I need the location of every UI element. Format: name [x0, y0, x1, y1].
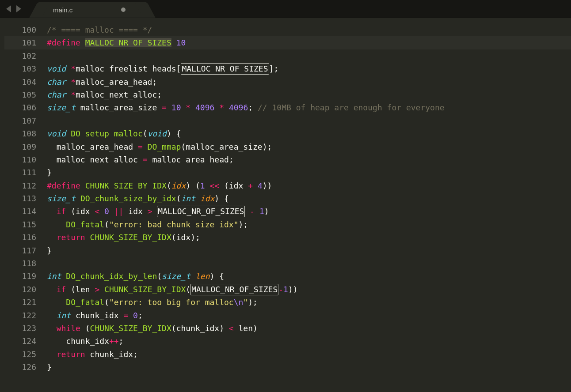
token: MALLOC_NR_OF_SIZES: [157, 206, 245, 217]
code-line[interactable]: int DO_chunk_idx_by_len(size_t len) {: [47, 270, 571, 283]
token: }: [47, 168, 52, 177]
code-line[interactable]: size_t malloc_area_size = 10 * 4096 * 40…: [47, 101, 571, 114]
token: =: [162, 103, 167, 112]
code-line[interactable]: malloc_area_head = DO_mmap(malloc_area_s…: [47, 140, 571, 153]
line-number: 123: [0, 322, 36, 335]
token: )): [288, 285, 298, 294]
nav-back-button[interactable]: [6, 5, 11, 12]
code-line[interactable]: DO_fatal("error: too big for malloc\n");: [47, 296, 571, 309]
code-line[interactable]: }: [47, 244, 571, 257]
token: (idx: [219, 181, 248, 190]
token: chunk_idx: [71, 311, 123, 320]
token: DO_mmap: [148, 142, 181, 151]
token: >: [148, 207, 152, 216]
code-line[interactable]: DO_fatal("error: bad chunk size idx");: [47, 218, 571, 231]
code-line[interactable]: [47, 257, 571, 270]
token: CHUNK_SIZE_BY_IDX: [104, 285, 186, 294]
line-number: 116: [0, 231, 36, 244]
code-line[interactable]: }: [47, 361, 571, 373]
token: idx: [200, 194, 215, 203]
token: #define: [47, 38, 80, 47]
token: >: [95, 285, 99, 294]
token: malloc_freelist_heads[: [76, 64, 181, 73]
token: 4: [258, 181, 263, 190]
token: [76, 194, 80, 203]
token: [47, 350, 57, 359]
code-line[interactable]: /* ==== malloc ==== */: [47, 23, 571, 36]
code-line[interactable]: chunk_idx++;: [47, 335, 571, 347]
line-number: 109: [0, 140, 36, 153]
token: void: [148, 129, 167, 138]
editor[interactable]: 1001011021031041051061071081091101111121…: [0, 18, 571, 392]
token: (: [167, 181, 171, 190]
code-line[interactable]: if (len > CHUNK_SIZE_BY_IDX(MALLOC_NR_OF…: [47, 283, 571, 296]
code-line[interactable]: }: [47, 166, 571, 179]
token: (: [176, 194, 181, 203]
line-number: 111: [0, 166, 36, 179]
token: len): [234, 324, 258, 333]
code-line[interactable]: [47, 114, 571, 127]
token: 10: [176, 38, 186, 47]
token: /* ==== malloc ==== */: [47, 25, 152, 34]
code-area[interactable]: /* ==== malloc ==== */#define MALLOC_NR_…: [41, 18, 571, 392]
code-line[interactable]: char *malloc_area_head;: [47, 75, 571, 88]
token: =: [138, 142, 143, 151]
token: ||: [114, 207, 124, 216]
token: int: [47, 271, 61, 281]
token: (: [157, 271, 162, 281]
token: ];: [269, 64, 279, 73]
token: malloc_area_head: [47, 142, 138, 151]
token: );: [248, 298, 258, 307]
code-line[interactable]: #define CHUNK_SIZE_BY_IDX(idx) (1 << (id…: [47, 179, 571, 192]
code-line[interactable]: int chunk_idx = 0;: [47, 309, 571, 322]
line-number: 112: [0, 179, 36, 192]
line-number: 121: [0, 296, 36, 309]
line-number: 104: [0, 75, 36, 88]
token: [47, 298, 66, 307]
code-line[interactable]: while (CHUNK_SIZE_BY_IDX(chunk_idx) < le…: [47, 322, 571, 335]
token: [80, 38, 85, 47]
token: }: [47, 362, 52, 372]
code-line[interactable]: [47, 49, 571, 62]
code-line[interactable]: return CHUNK_SIZE_BY_IDX(idx);: [47, 231, 571, 244]
token: idx: [123, 207, 147, 216]
line-number: 105: [0, 88, 36, 101]
code-line[interactable]: if (idx < 0 || idx > MALLOC_NR_OF_SIZES …: [47, 205, 571, 218]
code-line[interactable]: void *malloc_freelist_heads[MALLOC_NR_OF…: [47, 62, 571, 75]
token: 1: [283, 285, 288, 294]
code-line[interactable]: #define MALLOC_NR_OF_SIZES 10: [47, 36, 571, 49]
token: -: [250, 207, 255, 216]
code-line[interactable]: char *malloc_next_alloc;: [47, 88, 571, 101]
token: ) {: [167, 129, 181, 138]
token: 0: [104, 207, 109, 216]
token: [190, 271, 195, 281]
code-line[interactable]: size_t DO_chunk_size_by_idx(int idx) {: [47, 192, 571, 205]
token: [171, 38, 176, 47]
token: ;: [119, 336, 124, 346]
token: int: [57, 311, 71, 320]
tab-main-c[interactable]: main.c: [42, 2, 143, 18]
token: [47, 207, 57, 216]
tab-label: main.c: [53, 6, 72, 14]
token: [47, 311, 57, 320]
code-line[interactable]: void DO_setup_malloc(void) {: [47, 127, 571, 140]
token: [224, 103, 229, 112]
token: *: [71, 90, 76, 99]
code-line[interactable]: malloc_next_alloc = malloc_area_head;: [47, 153, 571, 166]
token: [253, 181, 258, 190]
token: *: [186, 103, 190, 112]
code-line[interactable]: return chunk_idx;: [47, 348, 571, 361]
token: );: [239, 220, 248, 229]
token: [47, 285, 57, 294]
token: char: [47, 77, 66, 87]
token: <: [229, 324, 234, 333]
token: [128, 311, 133, 320]
token: DO_setup_malloc: [71, 129, 143, 138]
line-number: 115: [0, 218, 36, 231]
token: DO_chunk_size_by_idx: [80, 194, 176, 203]
nav-forward-button[interactable]: [16, 5, 21, 12]
token: "error: bad chunk size idx": [109, 220, 239, 229]
line-number: 106: [0, 101, 36, 114]
token: (idx: [66, 207, 95, 216]
line-number: 110: [0, 153, 36, 166]
